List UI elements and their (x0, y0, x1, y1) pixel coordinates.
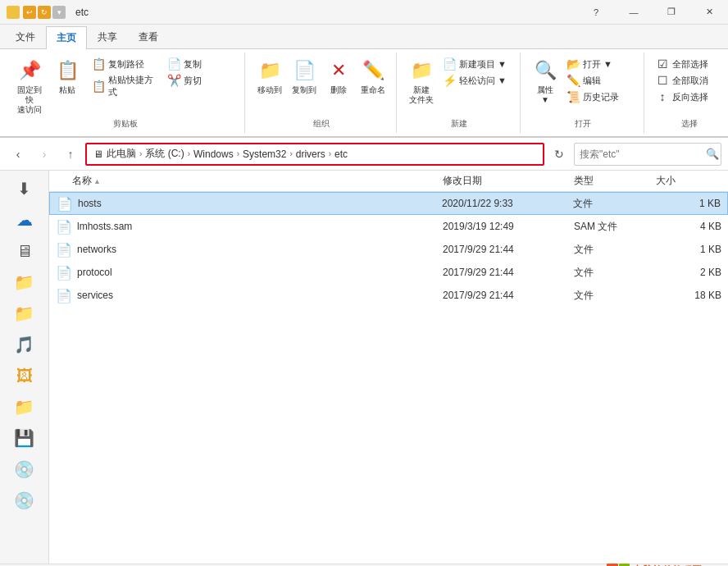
tab-home[interactable]: 主页 (46, 26, 87, 49)
search-input[interactable] (580, 148, 703, 160)
sidebar-pictures[interactable]: 🖼 (8, 361, 41, 390)
open-icon: 📂 (566, 57, 580, 71)
file-row-services[interactable]: 📄 services 2017/9/29 21:44 文件 18 KB (49, 284, 728, 307)
breadcrumb-system32[interactable]: System32 (243, 148, 286, 160)
tab-view[interactable]: 查看 (128, 25, 169, 48)
copy-to-button[interactable]: 📄 复制到 (288, 56, 321, 97)
file-row-lmhosts[interactable]: 📄 lmhosts.sam 2019/3/19 12:49 SAM 文件 4 K… (49, 215, 728, 238)
delete-icon: ✕ (325, 57, 352, 84)
breadcrumb-bar: 🖥 此电脑 › 系统 (C:) › Windows › System32 › d… (85, 143, 544, 166)
qab-2[interactable]: ↻ (38, 6, 51, 19)
close-button[interactable]: ✕ (690, 0, 728, 25)
col-header-date[interactable]: 修改日期 (443, 174, 574, 188)
breadcrumb-drivers[interactable]: drivers (296, 148, 325, 160)
cut-button[interactable]: ✂️ 剪切 (164, 72, 238, 89)
file-list-area: 名称 ▲ 修改日期 类型 大小 📄 hosts 2020/11/22 9:33 … (49, 171, 728, 564)
copy-path-button[interactable]: 📋 复制路径 (89, 56, 162, 72)
history-button[interactable]: 📜 历史记录 (563, 89, 637, 105)
select-label: 选择 (681, 116, 698, 133)
file-icon-lmhosts: 📄 (56, 218, 72, 235)
main-area: ⬇ ☁ 🖥 📁 📁 🎵 🖼 📁 💾 💿 💿 (0, 171, 728, 564)
deselect-all-button[interactable]: ☐ 全部取消 (653, 72, 726, 89)
breadcrumb-pc[interactable]: 此电脑 (107, 147, 136, 161)
history-icon: 📜 (566, 90, 580, 103)
breadcrumb-icon: 🖥 (93, 148, 103, 160)
tab-file[interactable]: 文件 (5, 25, 46, 48)
file-row-protocol[interactable]: 📄 protocol 2017/9/29 21:44 文件 2 KB (49, 261, 728, 284)
delete-button[interactable]: ✕ 删除 (322, 56, 355, 97)
qab-1[interactable]: ↩ (23, 6, 36, 19)
breadcrumb-windows[interactable]: Windows (193, 148, 234, 160)
file-date-protocol: 2017/9/29 21:44 (443, 267, 574, 278)
folder-2-icon: 📁 (14, 304, 34, 323)
copy-button[interactable]: 📄 复制 (164, 56, 238, 72)
sidebar-drive-c[interactable]: 💾 (8, 423, 41, 453)
quick-access-buttons: ↩ ↻ ▾ (23, 6, 66, 19)
file-name-protocol: protocol (77, 267, 443, 278)
sidebar-folder-2[interactable]: 📁 (8, 299, 41, 328)
sidebar-this-pc[interactable]: 🖥 (8, 236, 41, 266)
new-items: 📁 新建文件夹 📄 新建项目 ▼ ⚡ 轻松访问 ▼ (405, 52, 513, 116)
easy-access-button[interactable]: ⚡ 轻松访问 ▼ (439, 72, 513, 89)
breadcrumb-c[interactable]: 系统 (C:) (145, 147, 184, 161)
invert-select-button[interactable]: ↕ 反向选择 (653, 89, 726, 105)
open-button[interactable]: 📂 打开 ▼ (563, 56, 637, 72)
forward-button[interactable]: › (33, 143, 56, 166)
sidebar-folder-3[interactable]: 📁 (8, 392, 41, 422)
back-button[interactable]: ‹ (7, 143, 30, 166)
new-item-button[interactable]: 📄 新建项目 ▼ (439, 56, 513, 72)
file-type-protocol: 文件 (574, 266, 656, 280)
select-all-button[interactable]: ☑ 全部选择 (653, 56, 726, 72)
logo-green (619, 564, 630, 567)
file-type-hosts: 文件 (573, 197, 655, 211)
move-to-button[interactable]: 📁 移动到 (253, 56, 286, 97)
sidebar-music[interactable]: 🎵 (8, 330, 41, 359)
onedrive-icon: ☁ (16, 210, 33, 230)
file-size-networks: 1 KB (656, 244, 721, 255)
new-folder-button[interactable]: 📁 新建文件夹 (405, 56, 438, 107)
restore-button[interactable]: ❐ (653, 0, 690, 25)
file-size-services: 18 KB (656, 290, 721, 301)
watermark-line1: 电脑软件教程网 (633, 564, 718, 567)
rename-icon: ✏️ (360, 57, 386, 84)
paste-shortcut-button[interactable]: 📋 粘贴快捷方式 (89, 72, 162, 100)
move-icon: 📁 (257, 57, 283, 84)
col-header-size[interactable]: 大小 (656, 174, 721, 188)
select-all-icon: ☑ (656, 57, 669, 71)
new-item-icon: 📄 (443, 57, 456, 71)
col-header-type[interactable]: 类型 (574, 174, 656, 188)
sidebar-quick-access[interactable]: ⬇ (8, 174, 41, 203)
sidebar-drive-d[interactable]: 💿 (8, 454, 41, 484)
rename-button[interactable]: ✏️ 重命名 (357, 56, 389, 97)
paste-button[interactable]: 📋 粘贴 (48, 56, 87, 97)
help-button[interactable]: ? (577, 0, 615, 25)
new-small-col: 📄 新建项目 ▼ ⚡ 轻松访问 ▼ (439, 56, 513, 89)
minimize-button[interactable]: — (615, 0, 653, 25)
watermark: 电脑软件教程网 www.computer263.com (607, 564, 718, 567)
sidebar-drive-e[interactable]: 💿 (8, 486, 41, 515)
up-button[interactable]: ↑ (59, 143, 82, 166)
ribbon-group-new: 📁 新建文件夹 📄 新建项目 ▼ ⚡ 轻松访问 ▼ 新建 (398, 52, 521, 133)
file-row-networks[interactable]: 📄 networks 2017/9/29 21:44 文件 1 KB (49, 238, 728, 261)
quick-access-icon: ⬇ (17, 179, 31, 199)
sort-arrow: ▲ (93, 177, 101, 185)
sidebar-folder-1[interactable]: 📁 (8, 267, 41, 297)
file-row-hosts[interactable]: 📄 hosts 2020/11/22 9:33 文件 1 KB (49, 192, 728, 215)
tab-share[interactable]: 共享 (87, 25, 128, 48)
properties-icon: 🔍 (532, 57, 558, 84)
ribbon-group-select: ☑ 全部选择 ☐ 全部取消 ↕ 反向选择 选择 (646, 52, 728, 133)
folder-icon (7, 6, 20, 19)
qab-dropdown[interactable]: ▾ (52, 6, 66, 19)
file-type-services: 文件 (574, 289, 656, 303)
breadcrumb-etc[interactable]: etc (334, 148, 348, 160)
window-controls: ? — ❐ ✕ (577, 0, 728, 25)
col-header-name[interactable]: 名称 ▲ (72, 174, 443, 188)
pin-button[interactable]: 📌 固定到快速访问 (13, 56, 46, 116)
sidebar-onedrive[interactable]: ☁ (8, 205, 41, 235)
new-label: 新建 (451, 116, 467, 133)
refresh-button[interactable]: ↻ (548, 143, 571, 166)
edit-button[interactable]: ✏️ 编辑 (563, 72, 637, 89)
status-right: 电脑软件教程网 www.computer263.com (607, 564, 718, 567)
properties-button[interactable]: 🔍 属性 ▼ (529, 56, 562, 107)
copy-cut-col: 📄 复制 ✂️ 剪切 (164, 56, 238, 89)
